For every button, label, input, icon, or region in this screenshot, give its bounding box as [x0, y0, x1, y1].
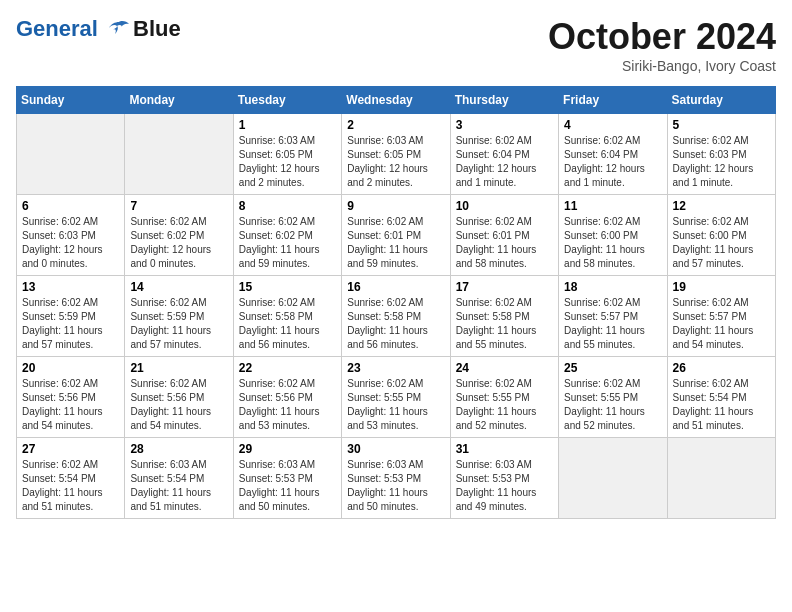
calendar-cell: 14Sunrise: 6:02 AM Sunset: 5:59 PM Dayli… [125, 276, 233, 357]
logo: General Blue [16, 16, 181, 42]
day-info: Sunrise: 6:02 AM Sunset: 6:01 PM Dayligh… [347, 215, 444, 271]
day-number: 21 [130, 361, 227, 375]
header-sunday: Sunday [17, 87, 125, 114]
day-info: Sunrise: 6:03 AM Sunset: 5:54 PM Dayligh… [130, 458, 227, 514]
day-info: Sunrise: 6:02 AM Sunset: 6:02 PM Dayligh… [130, 215, 227, 271]
day-number: 17 [456, 280, 553, 294]
week-row-5: 27Sunrise: 6:02 AM Sunset: 5:54 PM Dayli… [17, 438, 776, 519]
week-row-3: 13Sunrise: 6:02 AM Sunset: 5:59 PM Dayli… [17, 276, 776, 357]
calendar-cell: 13Sunrise: 6:02 AM Sunset: 5:59 PM Dayli… [17, 276, 125, 357]
day-number: 7 [130, 199, 227, 213]
day-number: 28 [130, 442, 227, 456]
day-number: 31 [456, 442, 553, 456]
calendar-cell: 26Sunrise: 6:02 AM Sunset: 5:54 PM Dayli… [667, 357, 775, 438]
day-info: Sunrise: 6:02 AM Sunset: 5:57 PM Dayligh… [673, 296, 770, 352]
calendar-cell: 6Sunrise: 6:02 AM Sunset: 6:03 PM Daylig… [17, 195, 125, 276]
day-number: 5 [673, 118, 770, 132]
header-saturday: Saturday [667, 87, 775, 114]
calendar-cell: 17Sunrise: 6:02 AM Sunset: 5:58 PM Dayli… [450, 276, 558, 357]
day-info: Sunrise: 6:02 AM Sunset: 5:55 PM Dayligh… [564, 377, 661, 433]
day-number: 19 [673, 280, 770, 294]
day-number: 30 [347, 442, 444, 456]
calendar-cell: 24Sunrise: 6:02 AM Sunset: 5:55 PM Dayli… [450, 357, 558, 438]
header-wednesday: Wednesday [342, 87, 450, 114]
logo-bird-icon [107, 20, 131, 40]
day-info: Sunrise: 6:03 AM Sunset: 5:53 PM Dayligh… [239, 458, 336, 514]
day-number: 8 [239, 199, 336, 213]
logo-line2: Blue [133, 16, 181, 42]
calendar-cell: 18Sunrise: 6:02 AM Sunset: 5:57 PM Dayli… [559, 276, 667, 357]
calendar-cell: 21Sunrise: 6:02 AM Sunset: 5:56 PM Dayli… [125, 357, 233, 438]
calendar-cell: 27Sunrise: 6:02 AM Sunset: 5:54 PM Dayli… [17, 438, 125, 519]
logo-text: General [16, 17, 131, 41]
day-number: 22 [239, 361, 336, 375]
header-monday: Monday [125, 87, 233, 114]
calendar-cell: 5Sunrise: 6:02 AM Sunset: 6:03 PM Daylig… [667, 114, 775, 195]
day-number: 2 [347, 118, 444, 132]
day-info: Sunrise: 6:02 AM Sunset: 6:04 PM Dayligh… [564, 134, 661, 190]
calendar-cell: 28Sunrise: 6:03 AM Sunset: 5:54 PM Dayli… [125, 438, 233, 519]
calendar-cell: 9Sunrise: 6:02 AM Sunset: 6:01 PM Daylig… [342, 195, 450, 276]
day-number: 1 [239, 118, 336, 132]
day-info: Sunrise: 6:02 AM Sunset: 5:58 PM Dayligh… [456, 296, 553, 352]
day-info: Sunrise: 6:02 AM Sunset: 6:02 PM Dayligh… [239, 215, 336, 271]
day-info: Sunrise: 6:02 AM Sunset: 5:55 PM Dayligh… [347, 377, 444, 433]
day-info: Sunrise: 6:02 AM Sunset: 5:54 PM Dayligh… [673, 377, 770, 433]
day-number: 26 [673, 361, 770, 375]
day-number: 18 [564, 280, 661, 294]
day-info: Sunrise: 6:02 AM Sunset: 5:58 PM Dayligh… [239, 296, 336, 352]
calendar-cell [667, 438, 775, 519]
day-info: Sunrise: 6:02 AM Sunset: 6:01 PM Dayligh… [456, 215, 553, 271]
calendar-subtitle: Siriki-Bango, Ivory Coast [548, 58, 776, 74]
day-number: 20 [22, 361, 119, 375]
day-info: Sunrise: 6:02 AM Sunset: 6:03 PM Dayligh… [22, 215, 119, 271]
calendar-cell: 29Sunrise: 6:03 AM Sunset: 5:53 PM Dayli… [233, 438, 341, 519]
day-number: 13 [22, 280, 119, 294]
day-number: 23 [347, 361, 444, 375]
day-info: Sunrise: 6:02 AM Sunset: 5:57 PM Dayligh… [564, 296, 661, 352]
day-info: Sunrise: 6:03 AM Sunset: 5:53 PM Dayligh… [347, 458, 444, 514]
day-number: 14 [130, 280, 227, 294]
week-row-1: 1Sunrise: 6:03 AM Sunset: 6:05 PM Daylig… [17, 114, 776, 195]
day-number: 11 [564, 199, 661, 213]
day-info: Sunrise: 6:03 AM Sunset: 6:05 PM Dayligh… [347, 134, 444, 190]
calendar-cell: 12Sunrise: 6:02 AM Sunset: 6:00 PM Dayli… [667, 195, 775, 276]
calendar-cell: 8Sunrise: 6:02 AM Sunset: 6:02 PM Daylig… [233, 195, 341, 276]
day-info: Sunrise: 6:02 AM Sunset: 6:03 PM Dayligh… [673, 134, 770, 190]
day-number: 6 [22, 199, 119, 213]
calendar-cell: 2Sunrise: 6:03 AM Sunset: 6:05 PM Daylig… [342, 114, 450, 195]
title-area: October 2024 Siriki-Bango, Ivory Coast [548, 16, 776, 74]
calendar-cell [125, 114, 233, 195]
day-number: 25 [564, 361, 661, 375]
day-number: 10 [456, 199, 553, 213]
calendar-cell: 10Sunrise: 6:02 AM Sunset: 6:01 PM Dayli… [450, 195, 558, 276]
day-number: 24 [456, 361, 553, 375]
day-info: Sunrise: 6:02 AM Sunset: 5:58 PM Dayligh… [347, 296, 444, 352]
header: General Blue October 2024 Siriki-Bango, … [16, 16, 776, 74]
day-info: Sunrise: 6:02 AM Sunset: 5:56 PM Dayligh… [239, 377, 336, 433]
calendar-cell: 4Sunrise: 6:02 AM Sunset: 6:04 PM Daylig… [559, 114, 667, 195]
day-info: Sunrise: 6:02 AM Sunset: 6:00 PM Dayligh… [564, 215, 661, 271]
calendar-cell: 22Sunrise: 6:02 AM Sunset: 5:56 PM Dayli… [233, 357, 341, 438]
day-info: Sunrise: 6:02 AM Sunset: 5:59 PM Dayligh… [130, 296, 227, 352]
day-number: 16 [347, 280, 444, 294]
day-info: Sunrise: 6:03 AM Sunset: 6:05 PM Dayligh… [239, 134, 336, 190]
calendar-cell: 3Sunrise: 6:02 AM Sunset: 6:04 PM Daylig… [450, 114, 558, 195]
day-info: Sunrise: 6:02 AM Sunset: 5:56 PM Dayligh… [130, 377, 227, 433]
day-info: Sunrise: 6:02 AM Sunset: 5:54 PM Dayligh… [22, 458, 119, 514]
calendar-cell: 31Sunrise: 6:03 AM Sunset: 5:53 PM Dayli… [450, 438, 558, 519]
calendar-cell: 19Sunrise: 6:02 AM Sunset: 5:57 PM Dayli… [667, 276, 775, 357]
day-number: 9 [347, 199, 444, 213]
header-friday: Friday [559, 87, 667, 114]
day-number: 29 [239, 442, 336, 456]
day-info: Sunrise: 6:02 AM Sunset: 5:56 PM Dayligh… [22, 377, 119, 433]
week-row-4: 20Sunrise: 6:02 AM Sunset: 5:56 PM Dayli… [17, 357, 776, 438]
day-number: 3 [456, 118, 553, 132]
calendar-cell: 23Sunrise: 6:02 AM Sunset: 5:55 PM Dayli… [342, 357, 450, 438]
calendar-cell [559, 438, 667, 519]
calendar-header-row: SundayMondayTuesdayWednesdayThursdayFrid… [17, 87, 776, 114]
header-thursday: Thursday [450, 87, 558, 114]
day-info: Sunrise: 6:02 AM Sunset: 6:00 PM Dayligh… [673, 215, 770, 271]
calendar-body: 1Sunrise: 6:03 AM Sunset: 6:05 PM Daylig… [17, 114, 776, 519]
day-info: Sunrise: 6:02 AM Sunset: 5:55 PM Dayligh… [456, 377, 553, 433]
